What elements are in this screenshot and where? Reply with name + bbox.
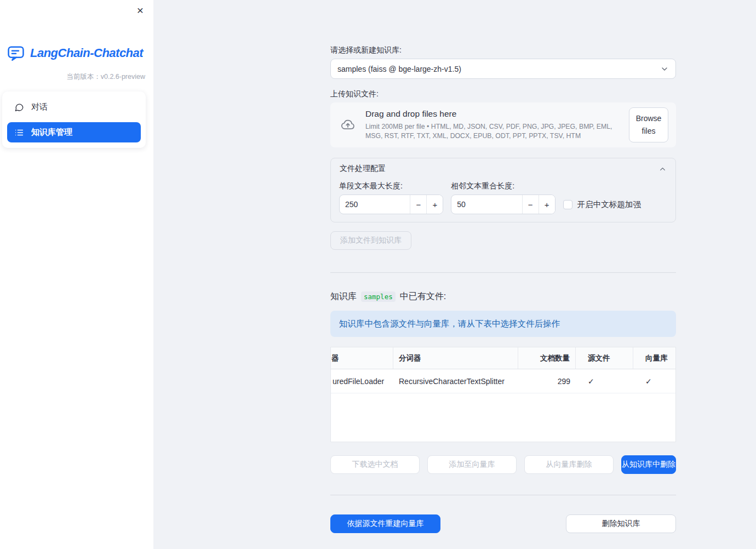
kb-select-label: 请选择或新建知识库: [330,45,676,55]
sidebar-close-button[interactable]: × [134,2,147,18]
chevron-up-icon [658,165,667,173]
cell-doc-count: 299 [518,369,576,393]
chunk-size-label: 单段文本最大长度: [339,181,443,191]
table-row[interactable]: uredFileLoader RecursiveCharacterTextSpl… [331,369,675,393]
spacer [448,514,558,533]
browse-files-button[interactable]: Browse files [629,107,668,142]
table-header-vector[interactable]: 向量库 [633,347,675,369]
app-window: × LangChain-Chatchat 当前版本：v0.2.6-preview [0,0,756,549]
dropzone-text: Drag and drop files here Limit 200MB per… [365,109,620,140]
rebuild-vector-button[interactable]: 依据源文件重建向量库 [330,514,440,533]
divider [330,272,676,273]
app-logo: LangChain-Chatchat [7,44,149,62]
check-icon: ✓ [588,377,594,386]
delete-kb-button[interactable]: 删除知识库 [566,514,676,533]
add-files-to-kb-button[interactable]: 添加文件到知识库 [330,231,411,250]
chunk-size-input[interactable]: 250 [340,195,410,214]
info-banner: 知识库中包含源文件与向量库，请从下表中选择文件后操作 [330,311,676,337]
overlap-plus-button[interactable]: + [539,195,555,214]
table-empty-area [331,393,675,442]
kb-select[interactable]: samples (faiss @ bge-large-zh-v1.5) [330,59,676,79]
file-config-expander: 文件处理配置 单段文本最大长度: 250 − + [330,158,676,222]
close-icon: × [137,4,144,16]
dropzone-limit: Limit 200MB per file • HTML, MD, JSON, C… [365,122,620,140]
slot-rebuild: 依据源文件重建向量库 [330,514,440,533]
existing-files-heading: 知识库 samples 中已有文件: [330,291,676,302]
slot-delete: 删除知识库 [566,514,676,533]
upload-label: 上传知识文件: [330,89,676,99]
table-header-source[interactable]: 源文件 [576,347,633,369]
zh-title-checkbox-label: 开启中文标题加强 [577,199,641,210]
cloud-upload-icon [339,117,357,133]
kb-actions-row: 依据源文件重建向量库 删除知识库 [330,514,676,533]
table-header-loader[interactable]: 器 [331,347,393,369]
chat-bubble-icon [14,102,24,112]
chevron-down-icon [660,65,669,73]
delete-from-vector-button[interactable]: 从向量库删除 [524,455,614,474]
heading-prefix: 知识库 [330,291,357,302]
expander-body: 单段文本最大长度: 250 − + 相邻文本重合长度: 50 − + [331,179,675,222]
overlap-minus-button[interactable]: − [522,195,539,214]
file-dropzone[interactable]: Drag and drop files here Limit 200MB per… [330,102,676,147]
expander-header[interactable]: 文件处理配置 [331,158,675,179]
download-docs-button[interactable]: 下载选中文档 [330,455,420,474]
zh-title-checkbox[interactable]: 开启中文标题加强 [563,199,667,210]
chunk-size-field: 单段文本最大长度: 250 − + [339,181,443,214]
cell-source-check: ✓ [576,369,633,393]
overlap-input[interactable]: 50 [451,195,522,214]
logo-text: LangChain-Chatchat [30,46,143,60]
sidebar-item-chat[interactable]: 对话 [7,97,141,117]
divider [330,495,676,495]
main-area: 请选择或新建知识库: samples (faiss @ bge-large-zh… [153,0,756,549]
chunk-plus-button[interactable]: + [426,195,443,214]
add-to-vector-button[interactable]: 添加至向量库 [427,455,517,474]
chunk-size-stepper: 250 − + [339,195,443,214]
checkbox-box-icon[interactable] [563,200,572,209]
chunk-minus-button[interactable]: − [410,195,426,214]
file-actions-row: 下载选中文档 添加至向量库 从向量库删除 从知识库中删除 [330,455,676,474]
check-icon: ✓ [645,377,652,386]
table-header-row: 器 分词器 文档数量 源文件 向量库 [331,347,675,369]
expander-title: 文件处理配置 [340,164,386,174]
overlap-label: 相邻文本重合长度: [451,181,555,191]
list-icon [14,128,24,138]
chat-logo-icon [7,44,25,62]
files-table: 器 分词器 文档数量 源文件 向量库 uredFileLoader Recurs… [330,347,676,442]
overlap-field: 相邻文本重合长度: 50 − + [451,181,555,214]
overlap-stepper: 50 − + [451,195,555,214]
cell-vector-check: ✓ [633,369,675,393]
kb-select-value: samples (faiss @ bge-large-zh-v1.5) [337,65,461,73]
sidebar-item-kb-management[interactable]: 知识库管理 [7,122,141,142]
cell-loader: uredFileLoader [331,369,393,393]
zh-title-field: 开启中文标题加强 [563,181,667,214]
heading-suffix: 中已有文件: [400,291,446,302]
kb-name-code: samples [361,291,396,302]
info-text: 知识库中包含源文件与向量库，请从下表中选择文件后操作 [339,318,560,330]
dropzone-title: Drag and drop files here [365,109,620,119]
sidebar-menu: 对话 知识库管理 [2,92,146,148]
table-header-doc-count[interactable]: 文档数量 [518,347,576,369]
version-text: 当前版本：v0.2.6-preview [0,72,153,82]
delete-from-kb-button[interactable]: 从知识库中删除 [621,455,676,474]
table-header-splitter[interactable]: 分词器 [393,347,518,369]
sidebar-item-label: 对话 [31,102,48,112]
cell-splitter: RecursiveCharacterTextSplitter [393,369,518,393]
sidebar-item-label: 知识库管理 [31,127,72,138]
content-column: 请选择或新建知识库: samples (faiss @ bge-large-zh… [330,0,676,533]
sidebar: × LangChain-Chatchat 当前版本：v0.2.6-preview [0,0,153,549]
